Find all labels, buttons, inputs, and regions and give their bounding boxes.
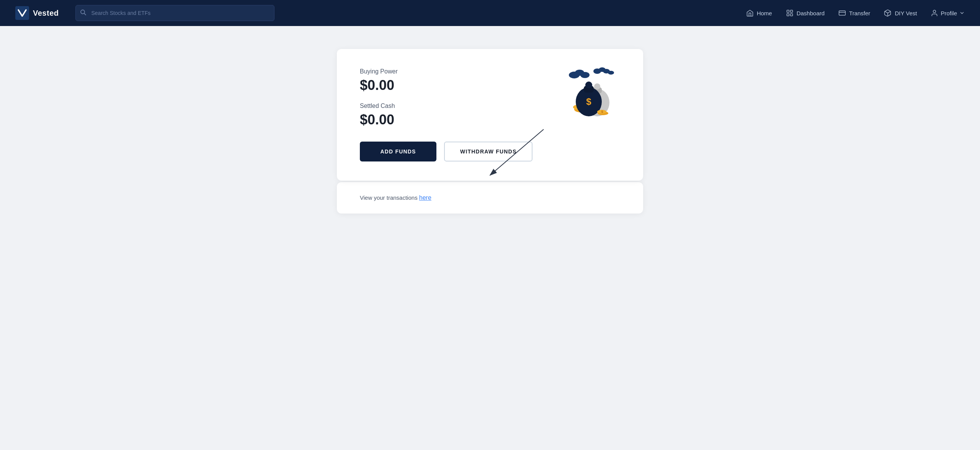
transactions-text: View your transactions	[360, 194, 419, 201]
nav-transfer-label: Transfer	[849, 10, 870, 16]
nav-links: Home Dashboard Transfer	[746, 9, 965, 17]
svg-line-2	[84, 13, 86, 15]
svg-rect-5	[787, 14, 789, 16]
svg-text:$: $	[601, 110, 603, 114]
svg-point-15	[580, 72, 590, 78]
svg-point-10	[933, 10, 936, 13]
home-icon	[746, 9, 754, 17]
nav-profile-label: Profile	[941, 10, 957, 16]
money-illustration: $ $ $ $	[559, 64, 620, 118]
nav-home[interactable]: Home	[746, 9, 772, 17]
svg-rect-0	[15, 6, 29, 20]
brand-name: Vested	[33, 9, 59, 18]
nav-dashboard[interactable]: Dashboard	[786, 9, 825, 17]
nav-diy-vest[interactable]: DIY Vest	[884, 9, 917, 17]
svg-rect-4	[790, 10, 792, 13]
nav-dashboard-label: Dashboard	[797, 10, 825, 16]
search-icon	[80, 9, 86, 17]
nav-diy-vest-label: DIY Vest	[895, 10, 917, 16]
withdraw-funds-button[interactable]: WITHDRAW FUNDS	[444, 142, 532, 161]
action-buttons: ADD FUNDS WITHDRAW FUNDS	[360, 142, 620, 161]
funds-card: Buying Power $0.00 Settled Cash $0.00 AD…	[337, 49, 643, 181]
nav-profile[interactable]: Profile	[931, 9, 965, 17]
navbar: Vested Home Dashboar	[0, 0, 980, 26]
transactions-card: View your transactions here	[337, 182, 643, 214]
svg-rect-3	[787, 10, 789, 13]
brand-logo[interactable]: Vested	[15, 6, 59, 20]
chevron-down-icon	[959, 10, 965, 16]
dashboard-icon	[786, 9, 794, 17]
nav-home-label: Home	[757, 10, 772, 16]
svg-text:$: $	[586, 96, 591, 107]
svg-point-30	[585, 82, 592, 88]
vested-logo-icon	[15, 6, 29, 20]
transfer-icon	[838, 9, 846, 17]
profile-icon	[931, 9, 938, 17]
add-funds-button[interactable]: ADD FUNDS	[360, 142, 436, 161]
page-content: Buying Power $0.00 Settled Cash $0.00 AD…	[0, 26, 980, 236]
svg-rect-6	[790, 14, 792, 16]
svg-point-19	[608, 71, 614, 75]
diy-vest-icon	[884, 9, 892, 17]
transactions-link[interactable]: here	[419, 194, 431, 201]
svg-rect-7	[839, 11, 846, 15]
search-container	[75, 5, 274, 21]
svg-point-22	[594, 83, 600, 90]
nav-transfer[interactable]: Transfer	[838, 9, 870, 17]
search-input[interactable]	[75, 5, 274, 21]
